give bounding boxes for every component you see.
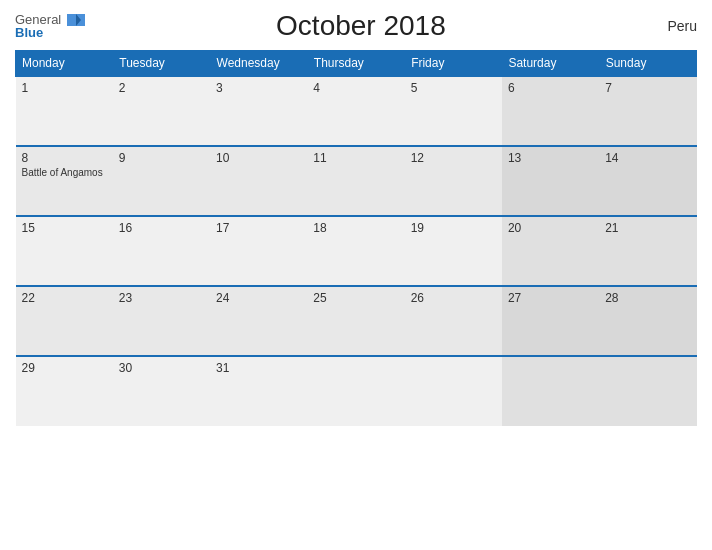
calendar-day-cell xyxy=(307,356,404,426)
calendar-week-row: 8Battle of Angamos91011121314 xyxy=(16,146,697,216)
weekday-monday: Monday xyxy=(16,51,113,77)
calendar-day-cell: 30 xyxy=(113,356,210,426)
day-number: 30 xyxy=(119,361,204,375)
day-number: 22 xyxy=(22,291,107,305)
weekday-wednesday: Wednesday xyxy=(210,51,307,77)
calendar-day-cell: 11 xyxy=(307,146,404,216)
calendar-day-cell xyxy=(599,356,696,426)
day-number: 10 xyxy=(216,151,301,165)
calendar-day-cell: 1 xyxy=(16,76,113,146)
weekday-friday: Friday xyxy=(405,51,502,77)
calendar-day-cell: 22 xyxy=(16,286,113,356)
calendar-week-row: 1234567 xyxy=(16,76,697,146)
day-number: 20 xyxy=(508,221,593,235)
calendar-week-row: 293031 xyxy=(16,356,697,426)
country-label: Peru xyxy=(637,18,697,34)
weekday-tuesday: Tuesday xyxy=(113,51,210,77)
calendar-day-cell xyxy=(405,356,502,426)
day-number: 31 xyxy=(216,361,301,375)
day-number: 24 xyxy=(216,291,301,305)
calendar-wrapper: General Blue October 2018 Peru Monday Tu… xyxy=(0,0,712,550)
calendar-week-row: 22232425262728 xyxy=(16,286,697,356)
calendar-day-cell: 14 xyxy=(599,146,696,216)
day-number: 21 xyxy=(605,221,690,235)
day-number: 8 xyxy=(22,151,107,165)
weekday-saturday: Saturday xyxy=(502,51,599,77)
calendar-day-cell: 15 xyxy=(16,216,113,286)
calendar-day-cell: 3 xyxy=(210,76,307,146)
weekday-thursday: Thursday xyxy=(307,51,404,77)
calendar-day-cell: 8Battle of Angamos xyxy=(16,146,113,216)
calendar-day-cell: 12 xyxy=(405,146,502,216)
calendar-day-cell: 27 xyxy=(502,286,599,356)
calendar-day-cell: 5 xyxy=(405,76,502,146)
day-number: 6 xyxy=(508,81,593,95)
day-number: 13 xyxy=(508,151,593,165)
day-number: 11 xyxy=(313,151,398,165)
calendar-day-cell: 2 xyxy=(113,76,210,146)
day-number: 2 xyxy=(119,81,204,95)
day-number: 16 xyxy=(119,221,204,235)
day-number: 4 xyxy=(313,81,398,95)
calendar-day-cell: 17 xyxy=(210,216,307,286)
day-number: 5 xyxy=(411,81,496,95)
day-number: 14 xyxy=(605,151,690,165)
calendar-day-cell: 9 xyxy=(113,146,210,216)
day-number: 15 xyxy=(22,221,107,235)
calendar-header: General Blue October 2018 Peru xyxy=(15,10,697,42)
holiday-label: Battle of Angamos xyxy=(22,167,107,179)
logo-text: General xyxy=(15,13,85,27)
day-number: 23 xyxy=(119,291,204,305)
day-number: 26 xyxy=(411,291,496,305)
day-number: 17 xyxy=(216,221,301,235)
day-number: 25 xyxy=(313,291,398,305)
calendar-day-cell: 7 xyxy=(599,76,696,146)
logo: General Blue xyxy=(15,13,85,40)
calendar-day-cell: 21 xyxy=(599,216,696,286)
calendar-day-cell: 26 xyxy=(405,286,502,356)
month-title: October 2018 xyxy=(85,10,637,42)
day-number: 7 xyxy=(605,81,690,95)
calendar-week-row: 15161718192021 xyxy=(16,216,697,286)
day-number: 29 xyxy=(22,361,107,375)
calendar-body: 12345678Battle of Angamos910111213141516… xyxy=(16,76,697,426)
calendar-day-cell: 6 xyxy=(502,76,599,146)
day-number: 28 xyxy=(605,291,690,305)
calendar-day-cell xyxy=(502,356,599,426)
calendar-header-row: Monday Tuesday Wednesday Thursday Friday… xyxy=(16,51,697,77)
calendar-day-cell: 29 xyxy=(16,356,113,426)
day-number: 19 xyxy=(411,221,496,235)
calendar-day-cell: 31 xyxy=(210,356,307,426)
flag-icon xyxy=(67,14,85,26)
calendar-day-cell: 19 xyxy=(405,216,502,286)
calendar-day-cell: 24 xyxy=(210,286,307,356)
day-number: 9 xyxy=(119,151,204,165)
calendar-day-cell: 16 xyxy=(113,216,210,286)
calendar-day-cell: 20 xyxy=(502,216,599,286)
calendar-day-cell: 10 xyxy=(210,146,307,216)
calendar-day-cell: 28 xyxy=(599,286,696,356)
weekday-sunday: Sunday xyxy=(599,51,696,77)
calendar-day-cell: 4 xyxy=(307,76,404,146)
calendar-day-cell: 23 xyxy=(113,286,210,356)
day-number: 3 xyxy=(216,81,301,95)
calendar-day-cell: 25 xyxy=(307,286,404,356)
calendar-grid: Monday Tuesday Wednesday Thursday Friday… xyxy=(15,50,697,426)
calendar-day-cell: 18 xyxy=(307,216,404,286)
day-number: 1 xyxy=(22,81,107,95)
calendar-day-cell: 13 xyxy=(502,146,599,216)
svg-marker-1 xyxy=(67,14,76,26)
logo-blue-text: Blue xyxy=(15,26,85,39)
day-number: 27 xyxy=(508,291,593,305)
day-number: 12 xyxy=(411,151,496,165)
day-number: 18 xyxy=(313,221,398,235)
